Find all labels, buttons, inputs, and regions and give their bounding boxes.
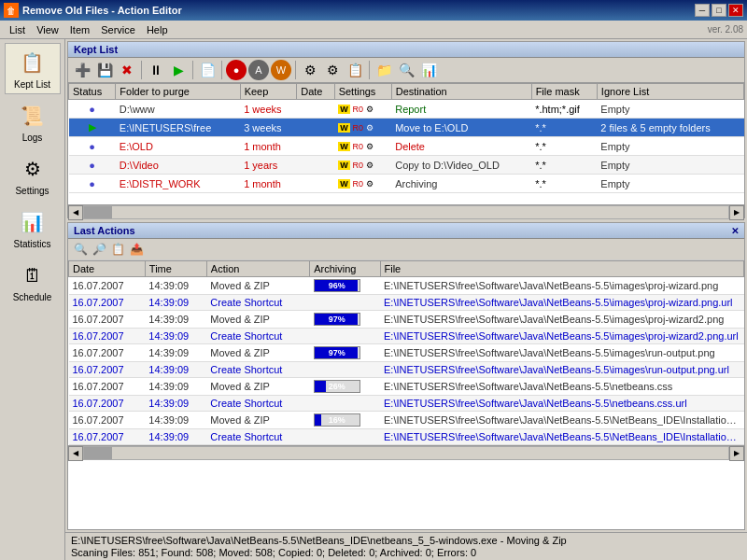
col-status: Status (69, 84, 116, 100)
kept-list-title: Kept List (74, 44, 118, 55)
la-search-btn[interactable]: 🔍 (72, 241, 89, 258)
app-icon: 🗑 (4, 3, 19, 18)
hscroll-right-btn[interactable]: ▶ (729, 205, 744, 220)
menubar: List View Item Service Help ver. 2.08 (0, 21, 747, 39)
la-hscroll-track[interactable] (83, 446, 729, 460)
status-line1: E:\INETUSERS\free\Software\Java\NetBeans… (71, 535, 741, 546)
table-row: ▶ (69, 119, 116, 137)
last-actions-hscrollbar[interactable]: ◀ ▶ (68, 445, 744, 460)
btn-x2[interactable]: ⚙ (322, 60, 343, 80)
menu-view[interactable]: View (31, 22, 64, 37)
la-col-date: Date (69, 261, 146, 277)
save-button[interactable]: 💾 (94, 60, 115, 80)
btn-w[interactable]: W (271, 60, 291, 80)
hscroll-track[interactable] (83, 205, 729, 219)
last-actions-panel: Last Actions ✕ 🔍 🔎 📋 📤 Date Time Action (67, 222, 745, 530)
progress-bar: 96% (314, 279, 360, 292)
kept-list-header: Kept List (68, 42, 744, 58)
table-row: ● (69, 100, 116, 119)
kept-list-icon: 📋 (18, 48, 48, 77)
col-folder: Folder to purge (116, 84, 240, 100)
table-row: ● (69, 156, 116, 175)
la-list-btn[interactable]: 📋 (109, 241, 126, 258)
separator-3 (221, 61, 222, 79)
settings-icon: ⚙ (18, 154, 48, 184)
la-col-file: File (380, 261, 744, 277)
menu-item[interactable]: Item (64, 22, 95, 37)
hscroll-left-btn[interactable]: ◀ (68, 205, 83, 220)
close-button[interactable]: ✕ (728, 4, 743, 17)
btn-x4[interactable]: 📁 (374, 60, 394, 80)
la-col-archiving: Archiving (310, 261, 380, 277)
menu-list[interactable]: List (4, 22, 31, 37)
la-hscroll-left[interactable]: ◀ (68, 446, 83, 461)
statusbar: E:\INETUSERS\free\Software\Java\NetBeans… (65, 532, 747, 560)
play-button[interactable]: ▶ (168, 60, 189, 80)
sidebar-item-settings[interactable]: ⚙ Settings (5, 149, 61, 201)
sidebar-item-statistics[interactable]: 📊 Statistics (5, 203, 61, 254)
btn-x3[interactable]: 📋 (345, 60, 365, 80)
delete-button[interactable]: ✖ (117, 60, 137, 80)
schedule-icon: 🗓 (18, 260, 48, 290)
sidebar-label-logs: Logs (22, 133, 43, 143)
last-actions-close[interactable]: ✕ (731, 226, 739, 236)
status-line2: Scaning Files: 851; Found: 508; Moved: 5… (71, 547, 741, 558)
col-keep: Keep (240, 84, 297, 100)
la-hscroll-right[interactable]: ▶ (729, 446, 744, 461)
col-ignorelist: Ignore List (597, 84, 743, 100)
btn-x1[interactable]: ⚙ (300, 60, 320, 80)
progress-bar: 16% (314, 413, 360, 427)
progress-bar: 26% (314, 380, 360, 393)
menu-help[interactable]: Help (141, 22, 174, 37)
last-actions-toolbar: 🔍 🔎 📋 📤 (68, 239, 744, 260)
progress-bar: 97% (314, 346, 360, 359)
sidebar-label-statistics: Statistics (13, 239, 50, 249)
btn-g[interactable]: ● (226, 60, 247, 80)
minimize-button[interactable]: ─ (695, 4, 710, 17)
la-col-action: Action (206, 261, 309, 277)
kept-list-toolbar: ➕ 💾 ✖ ⏸ ▶ 📄 ● A W ⚙ ⚙ 📋 📁 🔍 📊 (68, 58, 744, 83)
btn-x6[interactable]: 📊 (418, 60, 439, 80)
version-label: ver. 2.08 (708, 24, 743, 35)
kept-list-panel: Kept List ➕ 💾 ✖ ⏸ ▶ 📄 ● A W ⚙ ⚙ 📋 (67, 41, 745, 218)
sidebar-label-kept-list: Kept List (14, 79, 50, 90)
la-col-time: Time (145, 261, 206, 277)
titlebar-buttons: ─ □ ✕ (695, 4, 743, 17)
pause-button[interactable]: ⏸ (146, 60, 166, 80)
sidebar-label-schedule: Schedule (13, 292, 52, 302)
separator-5 (369, 61, 370, 79)
titlebar-title: Remove Old Files - Action Editor (22, 5, 695, 16)
main-layout: 📋 Kept List 📜 Logs ⚙ Settings 📊 Statisti… (0, 39, 747, 560)
last-actions-header: Last Actions ✕ (68, 223, 744, 239)
copy-button[interactable]: 📄 (197, 60, 218, 80)
btn-a[interactable]: A (248, 60, 269, 80)
kept-list-table-container[interactable]: Status Folder to purge Keep Date Setting… (68, 83, 744, 204)
sidebar: 📋 Kept List 📜 Logs ⚙ Settings 📊 Statisti… (0, 39, 65, 560)
sidebar-label-settings: Settings (15, 186, 49, 196)
kept-list-table: Status Folder to purge Keep Date Setting… (68, 83, 744, 193)
logs-icon: 📜 (18, 101, 48, 131)
separator-2 (192, 61, 193, 79)
separator-4 (295, 61, 296, 79)
sidebar-item-schedule[interactable]: 🗓 Schedule (5, 256, 61, 307)
last-actions-title: Last Actions (74, 225, 135, 236)
table-row: ● (69, 175, 116, 193)
col-date: Date (297, 84, 334, 100)
progress-bar: 97% (314, 313, 360, 326)
la-export-btn[interactable]: 📤 (128, 241, 145, 258)
add-button[interactable]: ➕ (72, 60, 92, 80)
last-actions-table-container[interactable]: Date Time Action Archiving File 16.07.20… (68, 260, 744, 445)
maximize-button[interactable]: □ (712, 4, 726, 17)
table-row: ● (69, 137, 116, 156)
col-destination: Destination (391, 84, 531, 100)
content-area: Kept List ➕ 💾 ✖ ⏸ ▶ 📄 ● A W ⚙ ⚙ 📋 (65, 39, 747, 560)
last-actions-table: Date Time Action Archiving File 16.07.20… (68, 260, 744, 445)
la-zoom-btn[interactable]: 🔎 (91, 241, 107, 258)
btn-x5[interactable]: 🔍 (396, 60, 416, 80)
sidebar-item-logs[interactable]: 📜 Logs (5, 96, 61, 147)
kept-list-hscrollbar[interactable]: ◀ ▶ (68, 204, 744, 219)
titlebar: 🗑 Remove Old Files - Action Editor ─ □ ✕ (0, 0, 747, 21)
col-filemask: File mask (531, 84, 597, 100)
sidebar-item-kept-list[interactable]: 📋 Kept List (5, 43, 61, 94)
menu-service[interactable]: Service (95, 22, 141, 37)
